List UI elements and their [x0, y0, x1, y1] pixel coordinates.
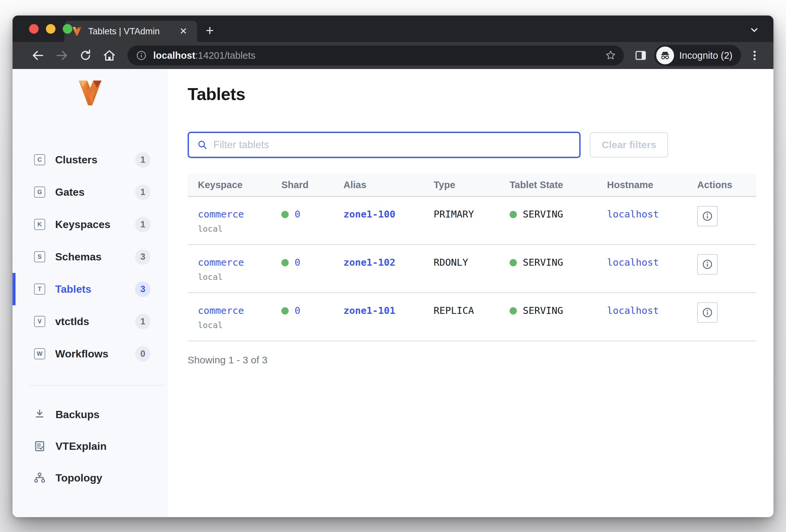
alias-link[interactable]: zone1-102 — [344, 257, 395, 268]
window-close-button[interactable] — [29, 24, 39, 34]
sidebar: C Clusters 1 G Gates 1 K Keyspaces 1 S S… — [13, 69, 168, 517]
tablet-info-button[interactable] — [697, 254, 718, 274]
sidebar-item-label: Gates — [55, 186, 135, 198]
sidebar-item-label: Workflows — [55, 348, 135, 360]
filter-row: Clear filters — [188, 132, 756, 158]
tablet-state-label: SERVING — [523, 305, 563, 316]
hostname-link[interactable]: localhost — [607, 257, 659, 268]
serving-status-dot — [510, 211, 517, 218]
shard-status-dot — [281, 307, 288, 315]
sidebar-item-label: Clusters — [55, 154, 135, 166]
table-row: commerce local 0 zone1-101 REPLICA SERVI… — [188, 293, 756, 341]
url-text: localhost:14201/tablets — [153, 50, 604, 61]
incognito-profile-chip[interactable]: Incognito (2) — [654, 45, 741, 66]
window-controls — [29, 24, 72, 34]
sidebar-item-schemas[interactable]: S Schemas 3 — [13, 241, 168, 273]
window-zoom-button[interactable] — [63, 24, 72, 34]
reload-icon[interactable] — [75, 45, 96, 66]
tablet-info-button[interactable] — [697, 302, 718, 323]
column-header-actions: Actions — [697, 179, 756, 190]
download-icon — [33, 408, 46, 421]
tab-search-chevron-icon[interactable] — [748, 23, 761, 37]
hostname-link[interactable]: localhost — [607, 209, 659, 220]
gates-icon: G — [34, 187, 45, 198]
tablet-info-button[interactable] — [697, 206, 718, 226]
window-minimize-button[interactable] — [46, 24, 55, 34]
hostname-cell: localhost — [607, 257, 697, 292]
home-icon[interactable] — [99, 45, 119, 66]
alias-cell: zone1-101 — [344, 305, 434, 341]
side-panel-icon[interactable] — [630, 45, 651, 66]
page-content: C Clusters 1 G Gates 1 K Keyspaces 1 S S… — [13, 69, 773, 517]
bookmark-star-icon[interactable] — [604, 49, 617, 62]
shard-cell: 0 — [281, 257, 344, 292]
url-bar[interactable]: localhost:14201/tablets — [128, 46, 624, 65]
sidebar-item-keyspaces[interactable]: K Keyspaces 1 — [13, 208, 168, 241]
cluster-name: local — [198, 320, 281, 330]
forward-icon[interactable] — [51, 45, 72, 66]
shard-link[interactable]: 0 — [295, 209, 300, 220]
column-header-tablet-state: Tablet State — [510, 179, 607, 190]
url-path: :14201/tablets — [195, 50, 255, 61]
keyspace-link[interactable]: commerce — [198, 257, 244, 268]
tablets-table: Keyspace Shard Alias Type Tablet State H… — [188, 174, 756, 341]
keyspace-link[interactable]: commerce — [198, 209, 244, 220]
incognito-icon — [656, 47, 674, 64]
sidebar-item-gates[interactable]: G Gates 1 — [13, 176, 168, 208]
shard-cell: 0 — [281, 209, 344, 244]
vtctlds-icon: V — [34, 316, 45, 327]
alias-link[interactable]: zone1-100 — [344, 209, 395, 220]
sidebar-item-tablets[interactable]: T Tablets 3 — [13, 273, 168, 305]
sidebar-item-label: Topology — [55, 472, 102, 484]
keyspace-cell: commerce local — [198, 209, 281, 244]
count-badge: 3 — [135, 249, 151, 265]
sidebar-item-vtctlds[interactable]: V vtctlds 1 — [13, 305, 168, 338]
serving-status-dot — [510, 307, 517, 315]
column-header-alias: Alias — [344, 179, 434, 190]
back-icon[interactable] — [28, 45, 48, 66]
document-check-icon — [33, 440, 46, 453]
sidebar-item-clusters[interactable]: C Clusters 1 — [13, 144, 168, 176]
browser-menu-icon[interactable] — [744, 45, 765, 66]
sidebar-item-workflows[interactable]: W Workflows 0 — [13, 338, 168, 370]
shard-cell: 0 — [281, 305, 344, 341]
sidebar-item-backups[interactable]: Backups — [13, 399, 168, 430]
sidebar-item-topology[interactable]: Topology — [13, 462, 168, 494]
shard-link[interactable]: 0 — [295, 305, 300, 316]
filter-input-container — [188, 132, 581, 158]
tablet-state-cell: SERVING — [510, 209, 607, 244]
info-icon — [701, 306, 714, 319]
count-badge: 3 — [135, 282, 151, 297]
keyspace-link[interactable]: commerce — [198, 305, 244, 316]
browser-tab[interactable]: Tablets | VTAdmin ✕ — [64, 21, 197, 42]
tablets-icon: T — [34, 284, 45, 295]
new-tab-button[interactable]: + — [206, 23, 214, 39]
sidebar-item-vtexplain[interactable]: VTExplain — [13, 430, 168, 462]
column-header-shard: Shard — [281, 179, 344, 190]
tab-title: Tablets | VTAdmin — [88, 26, 177, 37]
pagination-status: Showing 1 - 3 of 3 — [188, 355, 756, 366]
sidebar-item-label: Tablets — [55, 283, 135, 295]
tab-close-icon[interactable]: ✕ — [177, 25, 190, 37]
site-info-icon[interactable] — [135, 49, 147, 62]
count-badge: 1 — [135, 314, 151, 329]
browser-window: Tablets | VTAdmin ✕ + localhost:14201 — [13, 16, 773, 517]
tablet-state-cell: SERVING — [510, 305, 607, 341]
table-row: commerce local 0 zone1-100 PRIMARY SERVI… — [188, 197, 756, 245]
cluster-name: local — [198, 272, 281, 282]
hostname-link[interactable]: localhost — [607, 305, 659, 316]
type-cell: RDONLY — [434, 257, 510, 292]
alias-link[interactable]: zone1-101 — [344, 305, 395, 316]
search-icon — [197, 139, 208, 150]
filter-tablets-input[interactable] — [213, 139, 571, 151]
clear-filters-button[interactable]: Clear filters — [590, 132, 668, 158]
sidebar-item-label: Keyspaces — [55, 218, 135, 231]
actions-cell — [697, 305, 756, 341]
hostname-cell: localhost — [607, 209, 697, 244]
main-panel: Tablets Clear filters Keyspace Shard Ali… — [168, 69, 773, 517]
type-cell: REPLICA — [434, 305, 510, 341]
tablet-state-cell: SERVING — [510, 257, 607, 292]
url-host: localhost — [153, 50, 195, 61]
shard-link[interactable]: 0 — [295, 257, 300, 268]
page-title: Tablets — [188, 84, 756, 104]
